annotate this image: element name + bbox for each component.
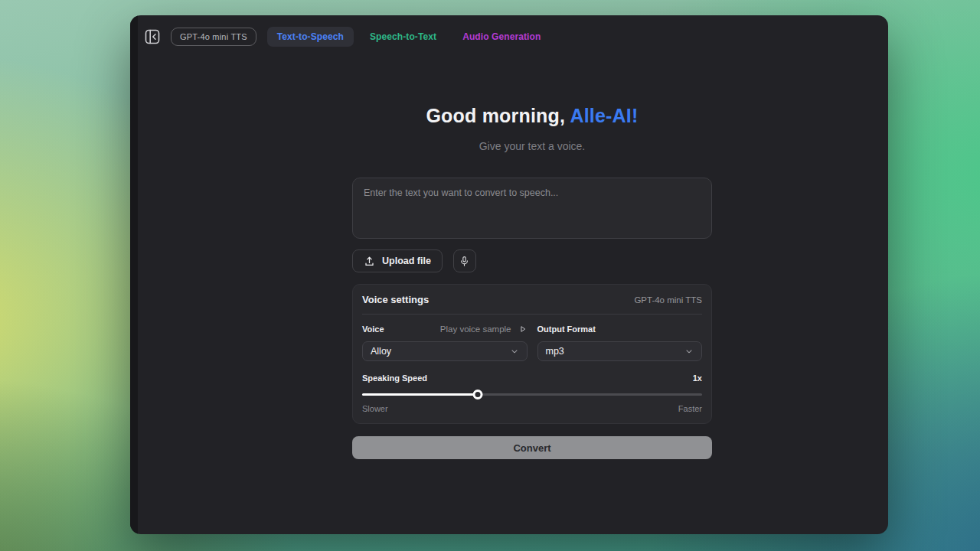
- page-title: Good morning, Alle-AI!: [352, 105, 712, 127]
- play-voice-sample-button[interactable]: Play voice sample: [440, 324, 528, 334]
- play-icon: [518, 324, 528, 334]
- voice-label: Voice: [362, 324, 384, 334]
- app-window: GPT-4o mini TTS Text-to-Speech Speech-to…: [130, 15, 888, 534]
- upload-file-button[interactable]: Upload file: [352, 249, 443, 272]
- collapsed-sidebar-rail: [130, 15, 138, 534]
- speaking-speed-value: 1x: [693, 373, 702, 383]
- page-subtitle: Give your text a voice.: [352, 140, 712, 152]
- play-voice-sample-label: Play voice sample: [440, 324, 511, 334]
- model-pill-button[interactable]: GPT-4o mini TTS: [171, 28, 256, 46]
- voice-settings-model-label: GPT-4o mini TTS: [634, 295, 702, 305]
- chevron-down-icon: [510, 347, 519, 356]
- microphone-icon: [459, 256, 470, 267]
- voice-settings-header: Voice settings GPT-4o mini TTS: [362, 294, 702, 305]
- voice-select-value: Alloy: [371, 346, 391, 357]
- upload-file-label: Upload file: [382, 256, 431, 266]
- output-format-field: Output Format mp3: [537, 324, 703, 361]
- text-input[interactable]: [352, 178, 712, 239]
- speed-min-label: Slower: [362, 404, 388, 413]
- output-format-select-value: mp3: [546, 346, 564, 357]
- voice-format-grid: Voice Play voice sample Alloy: [362, 324, 702, 361]
- collapse-sidebar-icon: [145, 29, 160, 44]
- upload-icon: [364, 256, 375, 267]
- speed-slider[interactable]: [362, 390, 702, 399]
- speed-slider-fill: [362, 393, 478, 396]
- voice-field: Voice Play voice sample Alloy: [362, 324, 528, 361]
- speaking-speed-label: Speaking Speed: [362, 373, 427, 383]
- speed-max-label: Faster: [678, 404, 702, 413]
- voice-settings-title: Voice settings: [362, 294, 429, 305]
- output-format-label: Output Format: [537, 324, 596, 334]
- microphone-button[interactable]: [453, 249, 476, 272]
- output-format-label-row: Output Format: [537, 324, 703, 334]
- voice-settings-card: Voice settings GPT-4o mini TTS Voice Pla…: [352, 284, 712, 424]
- main-content: Good morning, Alle-AI! Give your text a …: [352, 15, 712, 459]
- voice-label-row: Voice Play voice sample: [362, 324, 528, 334]
- divider: [362, 314, 702, 315]
- greeting-username: Alle-AI!: [570, 105, 638, 126]
- output-format-select[interactable]: mp3: [537, 341, 703, 361]
- collapse-sidebar-button[interactable]: [143, 28, 162, 46]
- voice-select[interactable]: Alloy: [362, 341, 528, 361]
- convert-button[interactable]: Convert: [352, 436, 712, 459]
- speed-label-row: Speaking Speed 1x: [362, 373, 702, 383]
- greeting-prefix: Good morning,: [426, 105, 570, 126]
- composer-actions: Upload file: [352, 249, 712, 272]
- chevron-down-icon: [684, 347, 694, 356]
- tab-text-to-speech[interactable]: Text-to-Speech: [267, 27, 354, 47]
- speed-slider-thumb[interactable]: [472, 390, 482, 399]
- speed-minmax-row: Slower Faster: [362, 404, 702, 413]
- speaking-speed-section: Speaking Speed 1x Slower Faster: [362, 373, 702, 413]
